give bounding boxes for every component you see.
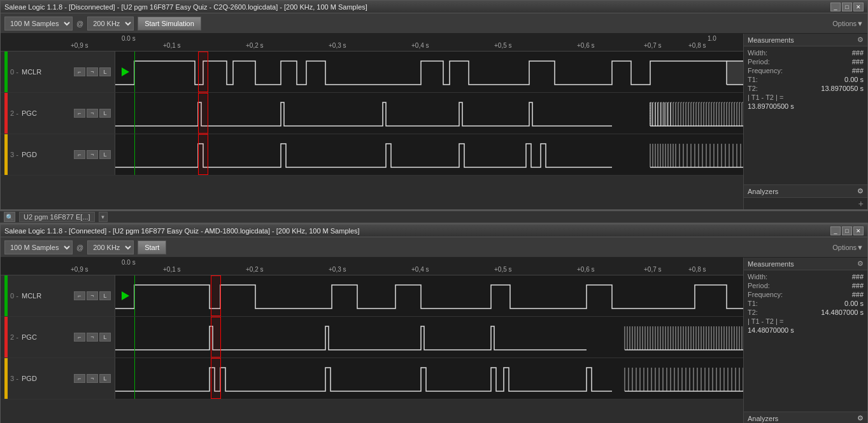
ruler-tick-0-1: +0,9 s	[71, 42, 89, 49]
right-panel-2: Measurements ⚙ Width: ### Period: ### Fr…	[743, 258, 867, 423]
ruler-tick-5-1: +0,5 s	[494, 42, 512, 49]
start-line-pgd-1	[134, 134, 135, 175]
sig-ctrl-b-pgd-1[interactable]: ¬	[87, 150, 98, 159]
signal-canvas-pgc-1[interactable]	[115, 93, 743, 134]
sig-ctrl-b-pgd-2[interactable]: ¬	[87, 374, 98, 383]
sig-ctrl-b-mclr-2[interactable]: ¬	[87, 291, 98, 300]
title-1: Saleae Logic 1.1.8 - [Disconnected] - [U…	[4, 3, 367, 11]
tab-dropdown[interactable]: ▼	[99, 212, 108, 222]
maximize-btn-2[interactable]: □	[842, 226, 852, 235]
signal-num-mclr-1: 0 -	[10, 68, 19, 76]
add-analyzer-btn-1[interactable]: +	[858, 198, 864, 209]
signal-ctrls-mclr-2: ⌐ ¬ L	[74, 291, 111, 300]
signal-canvas-mclr-1[interactable]	[115, 52, 743, 92]
start-line-pgc-1	[134, 93, 135, 134]
play-marker-mclr-2[interactable]	[122, 291, 129, 300]
sig-ctrl-c-pgc-1[interactable]: L	[99, 109, 111, 118]
ruler-tick-8-1: +0,8 s	[688, 42, 706, 49]
ruler-tick2-4: +0,4 s	[411, 266, 429, 273]
sig-ctrl-b-pgc-2[interactable]: ¬	[87, 333, 98, 342]
sig-ctrl-c-pgc-2[interactable]: L	[99, 333, 111, 342]
meas-row-period-2: Period: ###	[748, 282, 864, 289]
meas-freq-value-1: ###	[852, 67, 864, 74]
close-btn-1[interactable]: ✕	[853, 3, 864, 11]
sig-ctrl-c-mclr-2[interactable]: L	[99, 291, 111, 300]
measurements-header-1: Measurements ⚙	[744, 34, 867, 46]
play-marker-mclr-1[interactable]	[122, 67, 129, 76]
meas-width-value-1: ###	[852, 49, 864, 57]
sig-ctrl-a-mclr-2[interactable]: ⌐	[74, 291, 85, 300]
sig-ctrl-c-pgd-2[interactable]: L	[99, 374, 111, 383]
sig-ctrl-a-pgc-2[interactable]: ⌐	[74, 333, 85, 342]
window-controls-1: _ □ ✕	[830, 3, 864, 11]
maximize-btn-1[interactable]: □	[842, 3, 852, 11]
sig-ctrl-a-pgd-2[interactable]: ⌐	[74, 374, 85, 383]
close-btn-2[interactable]: ✕	[853, 226, 864, 235]
sig-ctrl-b-mclr-1[interactable]: ¬	[87, 67, 98, 76]
analyzers-header-1: Analyzers ⚙	[744, 184, 867, 198]
ruler-tick2-0: +0,9 s	[71, 266, 89, 273]
meas-t2-label-2: T2:	[748, 309, 758, 316]
meas-width-label-2: Width:	[748, 273, 767, 281]
meas-width-value-2: ###	[852, 273, 864, 281]
signal-label-pgd-2: 3 - PGD ⌐ ¬ L	[1, 358, 115, 399]
meas-diff-value-2: 14.48070000 s	[748, 326, 794, 334]
minimize-btn-1[interactable]: _	[830, 3, 841, 11]
gear-icon-2[interactable]: ⚙	[857, 260, 864, 268]
signal-canvas-mclr-2[interactable]	[115, 275, 743, 316]
freq-select-2[interactable]: 200 KHz	[87, 240, 134, 254]
cursor-box-pgd-2	[211, 358, 221, 399]
samples-select-1[interactable]: 100 M Samples	[4, 17, 73, 31]
meas-freq-value-2: ###	[852, 291, 864, 298]
sig-ctrl-a-pgd-1[interactable]: ⌐	[74, 150, 85, 159]
gear-icon-analyzers-1[interactable]: ⚙	[857, 187, 864, 195]
measurements-title-2: Measurements	[748, 260, 794, 268]
color-stripe-pgd-2	[4, 358, 8, 399]
signal-name-pgc-2: PGC	[22, 333, 71, 341]
start-line-pgd-2	[134, 358, 135, 399]
start-button-2[interactable]: Start	[138, 240, 166, 254]
signal-ctrls-mclr-1: ⌐ ¬ L	[74, 67, 111, 76]
samples-select-2[interactable]: 100 M Samples	[4, 240, 73, 254]
signal-canvas-pgd-2[interactable]	[115, 358, 743, 399]
meas-freq-label-1: Frequency:	[748, 67, 783, 74]
signal-num-pgc-2: 2 -	[10, 333, 19, 341]
start-sim-button[interactable]: Start Simulation	[138, 17, 201, 31]
analyzers-title-1: Analyzers	[748, 188, 778, 195]
start-line-mclr-1	[134, 52, 135, 92]
signal-canvas-pgc-2[interactable]	[115, 317, 743, 357]
signal-num-pgc-1: 2 -	[10, 109, 19, 117]
ruler-zero-1: 0.0 s	[122, 35, 136, 42]
ruler-tick2-1: +0,1 s	[163, 266, 181, 273]
gear-icon-1[interactable]: ⚙	[857, 36, 864, 44]
signal-row-pgd-1: 3 - PGD ⌐ ¬ L	[1, 134, 743, 176]
analyzers-header-2: Analyzers ⚙	[744, 412, 867, 423]
signal-row-pgc-2: 2 - PGC ⌐ ¬ L	[1, 317, 743, 358]
meas-width-label-1: Width:	[748, 49, 767, 57]
waveform-pgd-2	[115, 358, 743, 399]
meas-row-diff-val-2: 14.48070000 s	[748, 326, 864, 334]
sig-ctrl-c-pgd-1[interactable]: L	[99, 150, 111, 159]
window-2: Saleae Logic 1.1.8 - [Connected] - [U2 p…	[0, 224, 868, 423]
meas-row-t2-1: T2: 13.8970050 s	[748, 85, 864, 92]
waveform-mclr-2	[115, 275, 743, 316]
signal-canvas-pgd-1[interactable]	[115, 134, 743, 175]
meas-row-period-1: Period: ###	[748, 58, 864, 66]
gear-icon-analyzers-2[interactable]: ⚙	[857, 414, 864, 422]
signal-label-pgc-1: 2 - PGC ⌐ ¬ L	[1, 93, 115, 134]
meas-diff-value-1: 13.89700500 s	[748, 102, 794, 110]
meas-row-t1-1: T1: 0.00 s	[748, 76, 864, 83]
meas-period-value-2: ###	[852, 282, 864, 289]
tab-label[interactable]: U2 pgm 16F877 E[...]	[19, 212, 95, 222]
options-btn-1[interactable]: Options▼	[832, 20, 864, 27]
sig-ctrl-a-pgc-1[interactable]: ⌐	[74, 109, 85, 118]
sig-ctrl-a-mclr-1[interactable]: ⌐	[74, 67, 85, 76]
meas-freq-label-2: Frequency:	[748, 291, 783, 298]
minimize-btn-2[interactable]: _	[830, 226, 841, 235]
sig-ctrl-c-mclr-1[interactable]: L	[99, 67, 111, 76]
freq-select-1[interactable]: 200 KHz	[87, 17, 134, 31]
sig-ctrl-b-pgc-1[interactable]: ¬	[87, 109, 98, 118]
signal-label-mclr-1: 0 - MCLR ⌐ ¬ L	[1, 52, 115, 92]
options-btn-2[interactable]: Options▼	[832, 244, 864, 251]
search-icon-box[interactable]: 🔍	[4, 212, 15, 222]
